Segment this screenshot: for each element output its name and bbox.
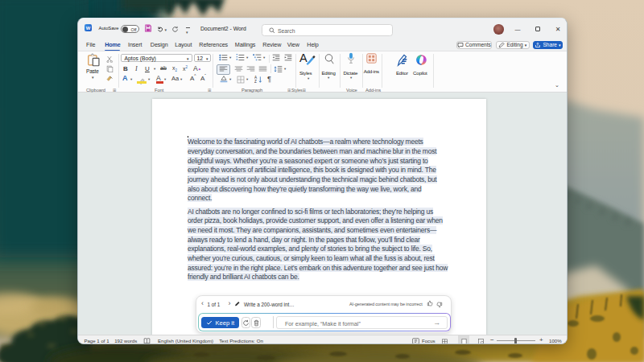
svg-text:W: W [86, 26, 91, 31]
svg-text:A: A [254, 76, 258, 80]
svg-text:Z: Z [254, 80, 257, 84]
